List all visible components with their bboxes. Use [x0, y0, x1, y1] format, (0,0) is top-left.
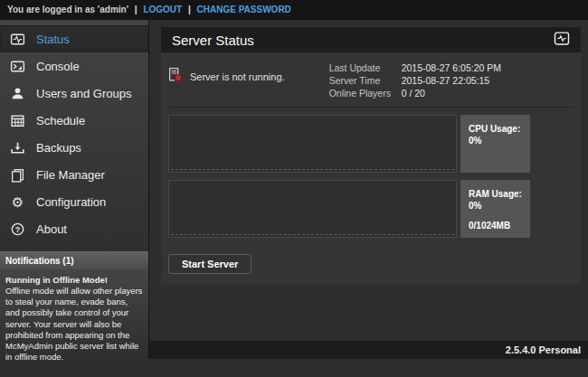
chart-baseline [171, 234, 454, 235]
ram-usage-row: RAM Usage: 0% 0/1024MB [168, 180, 530, 238]
info-value: 2015-08-27 22:05:15 [402, 74, 490, 87]
cpu-usage-label: CPU Usage: [469, 123, 525, 135]
server-state: Server is not running. [168, 67, 285, 87]
users-icon [10, 86, 25, 101]
notification-title: Running in Offline Mode! [5, 275, 143, 286]
sidebar-item-backups[interactable]: Backups [0, 134, 148, 161]
ram-usage-value: 0% [469, 200, 525, 212]
info-row-last-update: Last Update 2015-08-27 6:05:20 PM [329, 61, 501, 74]
notifications-header: Notifications (1) [0, 251, 148, 269]
ram-usage-gauge: RAM Usage: 0% 0/1024MB [460, 180, 530, 238]
sidebar-item-file-manager[interactable]: File Manager [0, 161, 148, 188]
cpu-usage-gauge: CPU Usage: 0% [460, 115, 530, 173]
server-status-message: Server is not running. [190, 71, 285, 82]
panel-header: Server Status [161, 27, 581, 52]
chart-baseline [171, 169, 454, 170]
info-label: Server Time [329, 74, 402, 87]
separator: | [135, 5, 138, 14]
app-body: Status Console Users and Groups Schedule [0, 20, 588, 359]
status-monitor-icon [554, 32, 570, 48]
sidebar-menu: Status Console Users and Groups Schedule [0, 20, 148, 242]
backups-icon [10, 140, 25, 156]
start-server-button[interactable]: Start Server [168, 254, 251, 274]
sidebar-item-label: About [36, 222, 67, 236]
sidebar-item-console[interactable]: Console [0, 52, 148, 80]
status-section: Server is not running. Last Update 2015-… [168, 58, 574, 108]
sidebar-item-label: Configuration [36, 195, 106, 209]
cpu-usage-chart [168, 115, 457, 173]
page-title: Server Status [172, 33, 254, 48]
separator: | [188, 5, 191, 14]
logout-link[interactable]: LOGOUT [143, 5, 182, 14]
notification-item: Running in Offline Mode! Offline mode wi… [0, 269, 148, 368]
main-content: Server Status Server is not running. [149, 20, 588, 359]
sidebar-item-label: Schedule [36, 114, 85, 127]
cpu-usage-row: CPU Usage: 0% [168, 115, 530, 173]
question-circle-icon: ? [10, 221, 25, 237]
sidebar-item-label: Backups [36, 141, 81, 155]
ram-usage-label: RAM Usage: [469, 188, 525, 200]
panel-body: Server is not running. Last Update 2015-… [161, 52, 581, 285]
gear-icon: ⚙ [10, 194, 25, 210]
version-footer: 2.5.4.0 Personal [149, 341, 588, 359]
cpu-usage-value: 0% [469, 135, 525, 146]
sidebar-item-schedule[interactable]: Schedule [0, 107, 148, 134]
sidebar-item-label: Status [36, 33, 70, 46]
status-monitor-icon [10, 32, 25, 47]
sidebar-item-label: Console [36, 60, 80, 73]
info-label: Online Players [329, 87, 402, 99]
server-status-panel: Server Status Server is not running. [161, 27, 581, 285]
sidebar: Status Console Users and Groups Schedule [0, 20, 149, 359]
info-row-online-players: Online Players 0 / 20 [329, 87, 501, 99]
notifications-panel: Notifications (1) Running in Offline Mod… [0, 251, 148, 368]
ram-usage-chart [168, 180, 457, 238]
ram-usage-detail: 0/1024MB [469, 220, 525, 231]
info-value: 2015-08-27 6:05:20 PM [402, 61, 501, 74]
top-bar: You are logged in as 'admin' | LOGOUT | … [0, 0, 588, 20]
server-info-table: Last Update 2015-08-27 6:05:20 PM Server… [329, 61, 501, 99]
logged-in-text: You are logged in as 'admin' [7, 5, 128, 14]
file-manager-icon [10, 167, 25, 183]
svg-text:?: ? [15, 224, 21, 233]
change-password-link[interactable]: CHANGE PASSWORD [197, 5, 291, 14]
info-value: 0 / 20 [402, 87, 425, 99]
info-row-server-time: Server Time 2015-08-27 22:05:15 [329, 74, 501, 87]
info-label: Last Update [329, 61, 402, 74]
sidebar-item-label: File Manager [36, 168, 105, 182]
schedule-icon [10, 113, 25, 128]
sidebar-item-status[interactable]: Status [0, 25, 148, 52]
sidebar-item-configuration[interactable]: ⚙ Configuration [0, 188, 148, 215]
notification-text: Offline mode will allow other players to… [5, 286, 143, 363]
server-stopped-icon [168, 67, 183, 87]
sidebar-item-users-and-groups[interactable]: Users and Groups [0, 80, 148, 107]
sidebar-item-about[interactable]: ? About [0, 215, 148, 242]
console-icon [10, 59, 25, 74]
sidebar-item-label: Users and Groups [36, 87, 132, 100]
